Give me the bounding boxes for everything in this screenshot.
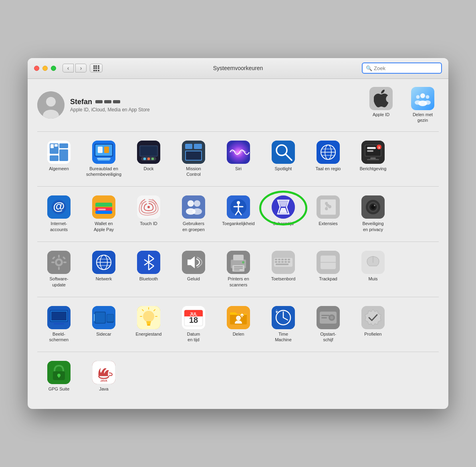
svg-rect-20 <box>98 159 110 161</box>
user-name-dots <box>95 100 120 103</box>
search-input[interactable] <box>374 65 438 71</box>
pref-item-toegankelijkheid[interactable]: Toegankelijkheid <box>217 193 260 235</box>
user-name-text: Stefan <box>70 98 92 106</box>
pref-item-sidecar[interactable]: Sidecar <box>82 304 125 346</box>
pref-item-bluetooth[interactable]: Bluetooth <box>127 248 170 290</box>
pref-item-delen-gezin[interactable]: Delen metgezin <box>407 87 439 123</box>
svg-rect-141 <box>284 261 287 263</box>
svg-rect-140 <box>281 261 284 263</box>
window-title: Systeemvoorkeuren <box>213 65 263 71</box>
section-1-grid: Algemeen <box>37 138 439 180</box>
minimize-button[interactable] <box>42 66 48 71</box>
pref-item-dock[interactable]: Dock <box>127 138 170 180</box>
sidecar-icon <box>92 306 115 329</box>
pref-name-mission: MissionControl <box>186 166 201 178</box>
pref-icon-mission <box>182 141 205 164</box>
bluetooth-icon <box>137 251 160 274</box>
close-button[interactable] <box>34 66 39 71</box>
svg-rect-103 <box>58 255 60 258</box>
pref-item-time[interactable]: TimeMachine <box>262 304 305 346</box>
pref-name-trackpad: Trackpad <box>319 276 337 282</box>
bureaublad-icon <box>92 141 115 164</box>
pref-item-energie[interactable]: Energiestand <box>127 304 170 346</box>
svg-point-130 <box>242 261 244 264</box>
pref-item-wallet[interactable]: Wallet enApple Pay <box>82 193 125 235</box>
pref-item-taal[interactable]: Taal en regio <box>307 138 350 180</box>
avatar[interactable] <box>37 91 65 119</box>
energie-icon <box>137 306 160 329</box>
pref-item-touchid[interactable]: Touch ID <box>127 193 170 235</box>
svg-point-79 <box>272 195 295 219</box>
pref-item-beveiliging[interactable]: Beveiligingen privacy <box>351 193 395 235</box>
trackpad-icon <box>317 251 340 274</box>
pref-icon-delen <box>227 306 250 329</box>
siri-icon <box>227 141 250 164</box>
pref-item-trackpad[interactable]: Trackpad <box>307 248 350 290</box>
svg-rect-63 <box>95 211 112 214</box>
pref-item-algemeen[interactable]: Algemeen <box>37 138 81 180</box>
pref-icon-delen-gezin <box>411 87 434 110</box>
pref-item-opstart[interactable]: Opstart-schijf <box>307 304 350 346</box>
back-button[interactable]: ‹ <box>63 64 74 72</box>
pref-item-beeld[interactable]: Beeld-schermen <box>37 304 81 346</box>
pref-item-extensies[interactable]: Extensies <box>307 193 350 235</box>
pref-item-geluid[interactable]: Geluid <box>172 248 215 290</box>
pref-label-apple-id: Apple ID <box>373 112 389 117</box>
svg-rect-137 <box>288 259 290 260</box>
svg-point-187 <box>330 316 333 319</box>
section-2-grid: @ Internet-accounts <box>37 193 439 235</box>
pref-item-netwerk[interactable]: Netwerk <box>82 248 125 290</box>
pref-item-printers[interactable]: Printers enscanners <box>217 248 260 290</box>
search-box[interactable]: 🔍 <box>362 62 442 74</box>
grid-view-button[interactable] <box>90 64 103 72</box>
svg-rect-154 <box>54 323 64 324</box>
avatar-icon <box>37 91 65 119</box>
maximize-button[interactable] <box>51 66 56 71</box>
pref-item-software[interactable]: Software-update <box>37 248 81 290</box>
svg-rect-19 <box>97 158 111 159</box>
forward-button[interactable]: › <box>75 64 87 72</box>
pref-item-siri[interactable]: Siri <box>217 138 260 180</box>
pref-item-internet[interactable]: @ Internet-accounts <box>37 193 81 235</box>
pref-item-bureaublad[interactable]: Bureaublad enschermbeveiliging <box>82 138 125 180</box>
pref-item-schermtijd[interactable]: Schermtijd <box>262 193 305 235</box>
pref-item-berichtgeving[interactable]: 3 Berichtgeving <box>351 138 395 180</box>
pref-item-gebruikers[interactable]: Gebruikersen groepen <box>172 193 215 235</box>
taal-icon <box>317 141 340 164</box>
pref-name-java: Java <box>99 386 108 392</box>
pref-item-profielen[interactable]: Profielen <box>351 304 395 346</box>
pref-name-extensies: Extensies <box>319 221 338 227</box>
pref-item-datum[interactable]: JUL 18 Datumen tijd <box>172 304 215 346</box>
pref-name-berichtgeving: Berichtgeving <box>360 166 387 172</box>
svg-rect-104 <box>58 267 60 270</box>
svg-rect-52 <box>367 159 379 160</box>
svg-point-8 <box>424 100 431 105</box>
user-section: Stefan Apple ID, iCloud, Media en App St… <box>37 87 439 132</box>
svg-text:@: @ <box>53 199 65 213</box>
pref-icon-taal <box>317 141 340 164</box>
pref-item-gpg[interactable]: GPG Suite <box>37 358 81 395</box>
pref-name-internet: Internet-accounts <box>50 221 68 233</box>
pref-name-printers: Printers enscanners <box>228 276 249 288</box>
pref-icon-siri <box>227 141 250 164</box>
svg-rect-157 <box>95 312 105 323</box>
svg-rect-139 <box>278 261 280 263</box>
pref-icon-muis <box>361 251 385 274</box>
pref-icon-apple-id <box>369 87 393 110</box>
pref-name-bluetooth: Bluetooth <box>139 276 158 282</box>
pref-item-mission[interactable]: MissionControl <box>172 138 215 180</box>
svg-point-6 <box>415 100 421 105</box>
svg-rect-127 <box>234 266 243 267</box>
pref-icon-time <box>272 306 295 329</box>
pref-item-toetsenbord[interactable]: Toetsenbord <box>262 248 305 290</box>
pref-item-muis[interactable]: Muis <box>351 248 395 290</box>
pref-item-apple-id[interactable]: Apple ID <box>365 87 397 123</box>
pref-item-java[interactable]: JAVA Java <box>82 358 125 395</box>
pref-item-delen[interactable]: Delen <box>217 304 260 346</box>
pref-icon-geluid <box>182 251 205 274</box>
pref-item-spotlight[interactable]: Spotlight <box>262 138 305 180</box>
svg-text:18: 18 <box>189 316 198 324</box>
svg-rect-163 <box>146 321 151 323</box>
svg-point-99 <box>374 205 375 206</box>
pref-name-opstart: Opstart-schijf <box>320 331 336 343</box>
